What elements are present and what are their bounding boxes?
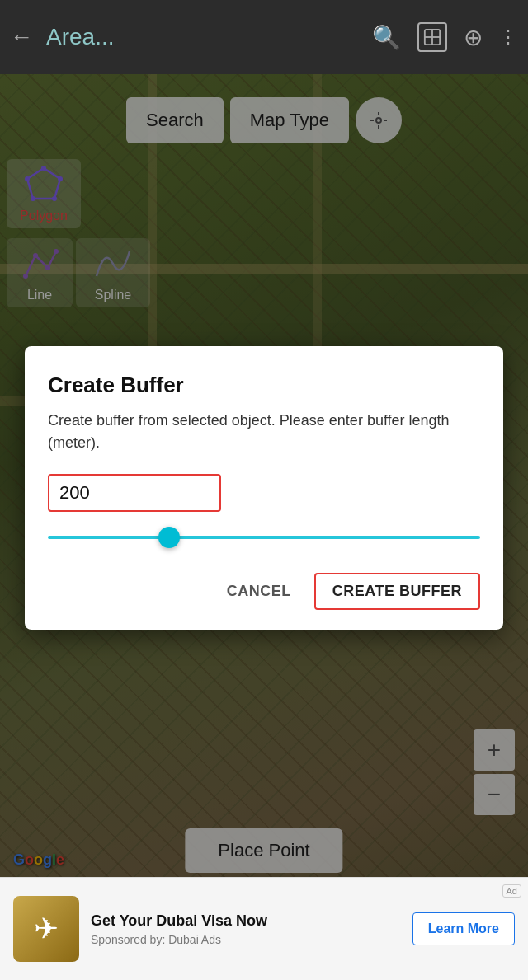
back-button[interactable]: ← <box>10 24 33 50</box>
create-buffer-dialog: Create Buffer Create buffer from selecte… <box>25 346 503 630</box>
ad-title: Get Your Dubai Visa Now <box>91 912 404 930</box>
cancel-button[interactable]: CANCEL <box>214 573 304 610</box>
buffer-slider-container <box>48 525 480 550</box>
ad-banner: Ad ✈ Get Your Dubai Visa Now Sponsored b… <box>0 877 528 980</box>
toolbar-icons: 🔍 ⊕ ⋮ <box>372 22 518 52</box>
buffer-input-wrapper <box>48 474 221 512</box>
ad-sponsor: Sponsored by: Dubai Ads <box>91 933 404 946</box>
buffer-input[interactable] <box>59 482 210 504</box>
search-icon[interactable]: 🔍 <box>372 24 401 51</box>
create-buffer-button[interactable]: CREATE BUFFER <box>314 573 480 610</box>
toolbar: ← Area... 🔍 ⊕ ⋮ <box>0 0 528 74</box>
ad-content: Get Your Dubai Visa Now Sponsored by: Du… <box>91 912 404 946</box>
ad-badge: Ad <box>502 884 521 898</box>
globe-icon[interactable] <box>417 22 447 52</box>
dialog-buttons: CANCEL CREATE BUFFER <box>48 573 480 610</box>
overflow-menu-icon[interactable]: ⋮ <box>499 26 518 48</box>
ad-icon: ✈ <box>13 896 79 962</box>
dialog-description: Create buffer from selected object. Plea… <box>48 410 480 454</box>
ad-icon-symbol: ✈ <box>34 912 59 946</box>
zoom-magnify-icon[interactable]: ⊕ <box>464 24 483 51</box>
dialog-title: Create Buffer <box>48 373 480 398</box>
page-title: Area... <box>46 24 372 50</box>
learn-more-button[interactable]: Learn More <box>412 912 515 945</box>
